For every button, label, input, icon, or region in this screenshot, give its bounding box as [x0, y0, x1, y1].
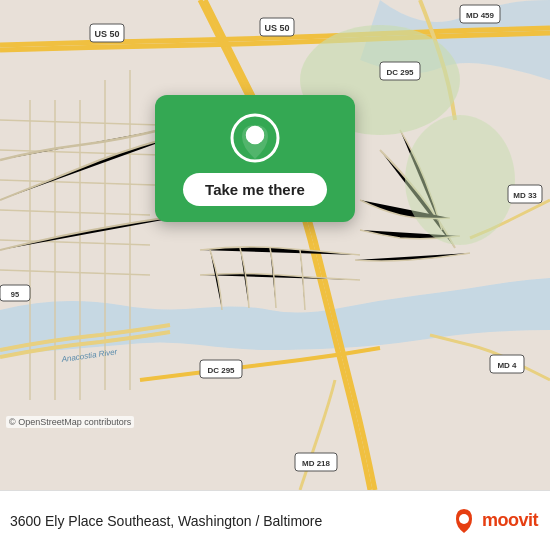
bottom-bar: 3600 Ely Place Southeast, Washington / B…	[0, 490, 550, 550]
location-card: Take me there	[155, 95, 355, 222]
moovit-brand-text: moovit	[482, 510, 538, 531]
svg-text:95: 95	[11, 290, 19, 299]
map-container: US 50 US 50 MD 459 DC 295 95 DC 295 MD 2…	[0, 0, 550, 490]
svg-text:US 50: US 50	[264, 23, 289, 33]
svg-text:MD 4: MD 4	[497, 361, 517, 370]
svg-point-36	[459, 514, 469, 524]
address-text: 3600 Ely Place Southeast, Washington / B…	[10, 513, 450, 529]
svg-text:DC 295: DC 295	[386, 68, 414, 77]
svg-text:US 50: US 50	[94, 29, 119, 39]
moovit-pin-icon	[450, 507, 478, 535]
svg-text:MD 459: MD 459	[466, 11, 495, 20]
copyright-text: © OpenStreetMap contributors	[6, 416, 134, 428]
svg-text:MD 33: MD 33	[513, 191, 537, 200]
svg-text:MD 218: MD 218	[302, 459, 331, 468]
location-pin-icon	[230, 113, 280, 163]
moovit-logo: moovit	[450, 507, 538, 535]
svg-text:DC 295: DC 295	[207, 366, 235, 375]
take-me-there-button[interactable]: Take me there	[183, 173, 327, 206]
svg-point-13	[405, 115, 515, 245]
